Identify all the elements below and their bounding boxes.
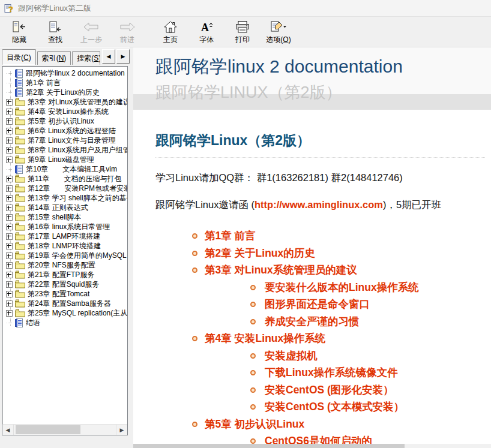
- folder-icon: [15, 98, 25, 106]
- tree-item[interactable]: 第2章 关于Linux的历史: [4, 88, 127, 97]
- expand-plus-icon[interactable]: [6, 147, 13, 154]
- hide-button[interactable]: 隐藏: [1, 18, 37, 47]
- toc-link[interactable]: 第1章 前言: [205, 230, 256, 242]
- doc-title: 跟阿铭学linux 2 documentation: [155, 55, 403, 79]
- expand-plus-icon[interactable]: [6, 224, 13, 230]
- expand-plus-icon[interactable]: [6, 262, 13, 269]
- tree-item[interactable]: 第13章 学习 shell脚本之前的基础知识: [4, 193, 127, 203]
- content-scrollbar-thumb[interactable]: [133, 444, 405, 448]
- expand-plus-icon[interactable]: [6, 272, 13, 278]
- folder-icon: [15, 107, 25, 116]
- tree-item[interactable]: 第20章 NFS服务配置: [4, 260, 127, 270]
- scrollbar-right-arrow[interactable]: ▶: [116, 425, 127, 435]
- expand-plus-icon[interactable]: [6, 291, 13, 297]
- print-button[interactable]: 打印: [224, 18, 261, 47]
- toc-link[interactable]: 养成安全严谨的习惯: [265, 315, 360, 327]
- toc-link[interactable]: 图形界面还是命令窗口: [265, 298, 370, 310]
- expand-gutter: [4, 147, 15, 154]
- tree-item[interactable]: 第21章 配置FTP服务: [4, 270, 127, 279]
- navigation-pane: 目录(C)索引(N)搜索(S)◀▶ 跟阿铭学linux 2 documentat…: [0, 47, 130, 448]
- tree-item[interactable]: 第17章 LAMP环境搭建: [4, 231, 127, 241]
- tree-item[interactable]: 第5章 初步认识Linux: [4, 116, 127, 126]
- font-button[interactable]: A字体: [188, 18, 224, 47]
- tree-item[interactable]: 第3章 对Linux系统管理员的建议: [4, 97, 127, 107]
- tree-item[interactable]: 第1章 前言: [4, 78, 127, 88]
- toc-chapter-item: 第3章 对Linux系统管理员的建议要安装什么版本的Linux操作系统图形界面还…: [205, 261, 485, 330]
- tab-index[interactable]: 索引(N): [37, 51, 71, 65]
- expand-plus-icon[interactable]: [6, 118, 13, 125]
- qq-line: 学习Linux请加QQ群： 群1(163262181) 群2(148412746…: [155, 172, 485, 185]
- locate-button[interactable]: 查找: [37, 18, 73, 47]
- main-area: 目录(C)索引(N)搜索(S)◀▶ 跟阿铭学linux 2 documentat…: [0, 47, 491, 448]
- expand-plus-icon[interactable]: [6, 195, 13, 202]
- expand-plus-icon[interactable]: [6, 243, 13, 249]
- tree-item[interactable]: 第9章 Linux磁盘管理: [4, 155, 127, 164]
- tree-item[interactable]: 第16章 linux系统日常管理: [4, 222, 127, 231]
- toc-link[interactable]: 要安装什么版本的Linux操作系统: [265, 281, 419, 293]
- scrollbar-left-arrow[interactable]: ◀: [2, 425, 14, 435]
- tree-item[interactable]: 第24章 配置Samba服务器: [4, 299, 127, 308]
- tree-item[interactable]: 跟阿铭学linux 2 documentation: [4, 68, 127, 78]
- options-button[interactable]: 选项(O): [261, 18, 297, 47]
- toc-link[interactable]: 下载Linux操作系统镜像文件: [265, 366, 398, 378]
- expand-plus-icon[interactable]: [6, 185, 13, 192]
- expand-plus-icon[interactable]: [6, 109, 13, 115]
- expand-plus-icon[interactable]: [6, 310, 13, 317]
- scrollbar-thumb[interactable]: [16, 425, 80, 434]
- toc-link[interactable]: 第5章 初步认识Linux: [205, 418, 304, 430]
- expand-plus-icon[interactable]: [6, 281, 13, 288]
- expand-plus-icon[interactable]: [6, 300, 13, 307]
- expand-plus-icon[interactable]: [6, 252, 13, 259]
- tree-item[interactable]: 第7章 Linux文件与目录管理: [4, 136, 127, 145]
- tab-contents[interactable]: 目录(C): [2, 49, 36, 65]
- connector-gutter: [4, 169, 15, 170]
- tree-item[interactable]: 第11章 文档的压缩与打包: [4, 174, 127, 184]
- forward-button[interactable]: 前进: [109, 18, 145, 47]
- expand-plus-icon[interactable]: [6, 137, 13, 144]
- tree-item[interactable]: 第14章 正则表达式: [4, 203, 127, 212]
- toc-link[interactable]: 安装虚拟机: [265, 350, 318, 362]
- tree-item[interactable]: 第6章 Linux系统的远程登陆: [4, 126, 127, 136]
- tree-item[interactable]: 第18章 LNMP环境搭建: [4, 241, 127, 251]
- connector-gutter: [4, 323, 15, 323]
- expand-plus-icon[interactable]: [6, 176, 13, 182]
- folder-icon: [15, 280, 25, 288]
- tree-item[interactable]: 第15章 shell脚本: [4, 212, 127, 222]
- toc-link[interactable]: 第4章 安装Linux操作系统: [205, 332, 325, 344]
- toolbar-button-label: 选项(O): [266, 35, 291, 45]
- tree-item[interactable]: 第19章 学会使用简单的MySQL: [4, 251, 127, 260]
- back-button[interactable]: 上一步: [73, 18, 109, 47]
- connector-gutter: [4, 92, 15, 93]
- expand-plus-icon[interactable]: [6, 99, 13, 106]
- expand-plus-icon[interactable]: [6, 157, 13, 163]
- page-heading: 跟阿铭学Linux（第2版）: [155, 131, 485, 158]
- tree-horizontal-scrollbar[interactable]: ◀ ▶: [2, 424, 127, 435]
- expand-plus-icon[interactable]: [6, 214, 13, 221]
- tree-item[interactable]: 结语: [4, 318, 127, 327]
- content-horizontal-scrollbar[interactable]: [133, 444, 491, 448]
- toc-chapter-item: 第1章 前言: [205, 227, 485, 245]
- toc-link[interactable]: 第2章 关于Linux的历史: [205, 247, 315, 259]
- expand-plus-icon[interactable]: [6, 233, 13, 240]
- tree-item[interactable]: 第22章 配置Squid服务: [4, 279, 127, 289]
- tree-item[interactable]: 第8章 Linux系统用户及用户组管理: [4, 145, 127, 155]
- toolbar-button-label: 隐藏: [12, 35, 26, 45]
- aminglinux-link[interactable]: http://www.aminglinux.com: [255, 199, 383, 210]
- toc-link[interactable]: 安装CentOS (图形化安装）: [265, 384, 394, 396]
- tab-scroll-left-button[interactable]: ◀: [102, 49, 115, 64]
- tree-item-label: 第7章 Linux文件与目录管理: [28, 136, 116, 146]
- tab-scroll-right-button[interactable]: ▶: [116, 49, 130, 64]
- expand-plus-icon[interactable]: [6, 205, 13, 211]
- tree-item[interactable]: 第23章 配置Tomcat: [4, 289, 127, 299]
- toc-link[interactable]: 第3章 对Linux系统管理员的建议: [205, 264, 357, 276]
- tree-item[interactable]: 第10章 文本编辑工具vim: [4, 164, 127, 174]
- tree-item[interactable]: 第25章 MySQL replication(主从: [4, 308, 127, 318]
- expand-plus-icon[interactable]: [6, 128, 13, 134]
- tab-search[interactable]: 搜索(S): [72, 51, 100, 65]
- home-button[interactable]: 主页: [152, 18, 188, 47]
- tree-item[interactable]: 第12章 安装RPM包或者安装源码包: [4, 184, 127, 193]
- folder-icon: [15, 155, 25, 164]
- toc-link[interactable]: 安装CentOS (文本模式安装）: [265, 401, 404, 413]
- scrollbar-track[interactable]: [14, 425, 116, 435]
- tree-item[interactable]: 第4章 安装Linux操作系统: [4, 107, 127, 116]
